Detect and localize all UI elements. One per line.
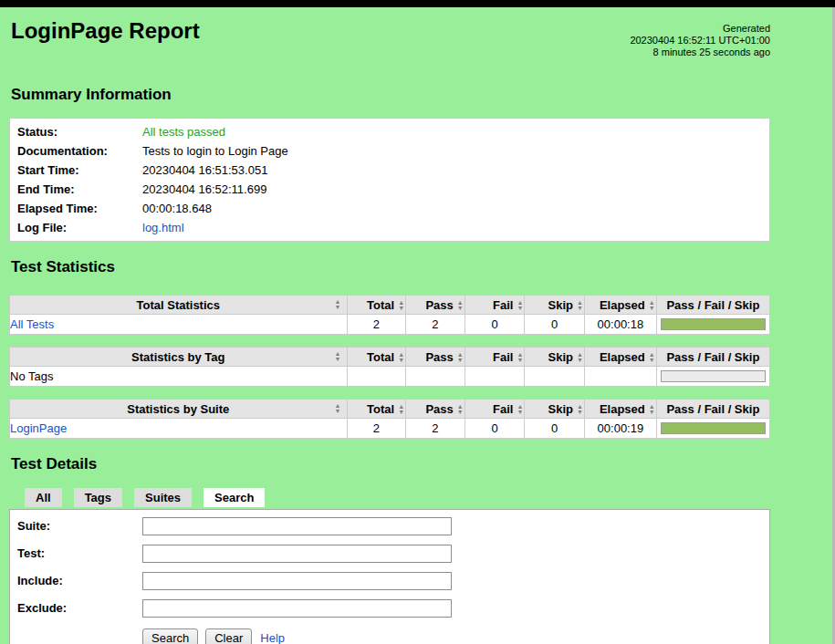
column-header-bar: Pass / Fail / Skip (656, 400, 769, 419)
pass-cell: 2 (406, 315, 465, 335)
summary-row-status: Status: All tests passed (10, 122, 769, 141)
all-tests-link[interactable]: All Tests (10, 317, 54, 331)
summary-label: Documentation: (10, 141, 142, 161)
sort-arrows-icon: ▲▼ (456, 300, 464, 311)
sort-header-skip[interactable]: Skip▲▼ (525, 400, 585, 419)
sort-arrows-icon: ▲▼ (576, 404, 584, 415)
column-label: Total (367, 298, 394, 312)
start-time-value: 20230404 16:51:53.051 (142, 161, 769, 180)
column-label: Total (367, 350, 394, 364)
elapsed-cell (585, 367, 657, 387)
tab-all[interactable]: All (25, 488, 62, 507)
generated-ago: 8 minutes 25 seconds ago (630, 47, 770, 58)
column-label: Pass (425, 402, 453, 416)
include-field-label: Include: (10, 572, 142, 590)
sort-header-total[interactable]: Total▲▼ (347, 348, 406, 367)
total-cell: 2 (347, 315, 406, 335)
summary-label: Elapsed Time: (10, 199, 142, 218)
sort-header-fail[interactable]: Fail▲▼ (464, 296, 525, 315)
total-statistics-table: Total Statistics ▲▼ Total▲▼ Pass▲▼ Fail▲… (9, 295, 770, 335)
sort-arrows-icon: ▲▼ (334, 351, 342, 362)
tab-search[interactable]: Search (204, 488, 265, 507)
sort-arrows-icon: ▲▼ (648, 300, 656, 311)
column-label: Fail (493, 298, 513, 312)
exclude-input[interactable] (142, 599, 452, 618)
suite-loginpage-link[interactable]: LoginPage (10, 421, 67, 435)
table-row: All Tests 2 2 0 0 00:00:18 (10, 315, 770, 335)
sort-header-name[interactable]: Statistics by Tag ▲▼ (10, 348, 348, 367)
help-link[interactable]: Help (260, 631, 285, 644)
sort-arrows-icon: ▲▼ (456, 404, 464, 415)
summary-label: End Time: (10, 180, 142, 199)
table-row: No Tags (10, 367, 770, 387)
sort-arrows-icon: ▲▼ (397, 352, 405, 363)
tab-suites[interactable]: Suites (134, 488, 192, 507)
column-label: Pass / Fail / Skip (666, 298, 759, 312)
column-label: Pass (425, 350, 453, 364)
pass-cell (406, 367, 465, 387)
total-cell: 2 (347, 419, 406, 439)
generated-timestamp: 20230404 16:52:11 UTC+01:00 (630, 35, 770, 47)
test-input[interactable] (142, 545, 452, 563)
sort-arrows-icon: ▲▼ (576, 300, 584, 311)
form-row-test: Test: (10, 545, 769, 572)
sort-arrows-icon: ▲▼ (576, 352, 584, 363)
fail-cell: 0 (464, 315, 525, 335)
details-tabs: All Tags Suites Search (25, 488, 770, 507)
page-title: LoginPage Report (11, 18, 200, 44)
elapsed-cell: 00:00:18 (585, 315, 657, 335)
summary-row-documentation: Documentation: Tests to login to Login P… (10, 141, 769, 161)
sort-header-pass[interactable]: Pass▲▼ (406, 400, 465, 419)
sort-header-elapsed[interactable]: Elapsed▲▼ (585, 296, 657, 315)
form-row-suite: Suite: (10, 517, 769, 545)
sort-header-fail[interactable]: Fail▲▼ (464, 348, 525, 367)
sort-header-name[interactable]: Statistics by Suite ▲▼ (10, 400, 348, 419)
elapsed-time-value: 00:00:18.648 (142, 199, 769, 218)
clear-button[interactable]: Clear (205, 628, 252, 644)
tab-tags[interactable]: Tags (74, 488, 122, 507)
generated-label: Generated (630, 23, 770, 35)
pass-fail-skip-bar-cell (656, 367, 769, 387)
column-label: Fail (493, 350, 513, 364)
stat-bar (661, 422, 766, 434)
generated-info: Generated 20230404 16:52:11 UTC+01:00 8 … (630, 18, 770, 58)
sort-header-skip[interactable]: Skip▲▼ (525, 296, 585, 315)
include-input[interactable] (142, 572, 452, 590)
form-row-exclude: Exclude: (10, 599, 769, 627)
column-header-bar: Pass / Fail / Skip (656, 348, 769, 367)
sort-header-pass[interactable]: Pass▲▼ (406, 348, 465, 367)
pass-fail-skip-bar-cell (656, 419, 769, 439)
skip-cell: 0 (525, 419, 585, 439)
sort-header-name[interactable]: Total Statistics ▲▼ (10, 296, 348, 315)
log-file-link[interactable]: log.html (142, 221, 184, 234)
table-name-label: Statistics by Suite (127, 402, 229, 416)
sort-arrows-icon: ▲▼ (516, 352, 524, 363)
column-label: Skip (548, 350, 573, 364)
column-label: Skip (548, 402, 573, 416)
statistics-by-suite-table: Statistics by Suite ▲▼ Total▲▼ Pass▲▼ Fa… (9, 399, 770, 439)
elapsed-cell: 00:00:19 (585, 419, 657, 439)
sort-arrows-icon: ▲▼ (456, 352, 464, 363)
search-button[interactable]: Search (142, 628, 198, 644)
summary-row-elapsed-time: Elapsed Time: 00:00:18.648 (10, 199, 769, 218)
search-panel: Suite: Test: Include: Exclude: Search Cl… (9, 509, 770, 644)
sort-header-elapsed[interactable]: Elapsed▲▼ (585, 400, 657, 419)
sort-header-skip[interactable]: Skip▲▼ (525, 348, 585, 367)
sort-header-total[interactable]: Total▲▼ (347, 296, 406, 315)
no-tags-label: No Tags (10, 367, 348, 387)
window-top-bar (0, 0, 835, 7)
sort-header-pass[interactable]: Pass▲▼ (406, 296, 465, 315)
sort-arrows-icon: ▲▼ (397, 404, 405, 415)
form-row-include: Include: (10, 572, 769, 599)
sort-arrows-icon: ▲▼ (397, 300, 405, 311)
details-heading: Test Details (11, 455, 770, 473)
summary-label: Start Time: (10, 161, 142, 180)
summary-heading: Summary Information (11, 86, 770, 104)
test-field-label: Test: (10, 545, 142, 563)
sort-header-elapsed[interactable]: Elapsed▲▼ (585, 348, 657, 367)
sort-header-fail[interactable]: Fail▲▼ (464, 400, 525, 419)
column-label: Pass / Fail / Skip (666, 402, 759, 416)
suite-input[interactable] (142, 517, 452, 535)
sort-header-total[interactable]: Total▲▼ (347, 400, 406, 419)
sort-arrows-icon: ▲▼ (334, 299, 342, 310)
